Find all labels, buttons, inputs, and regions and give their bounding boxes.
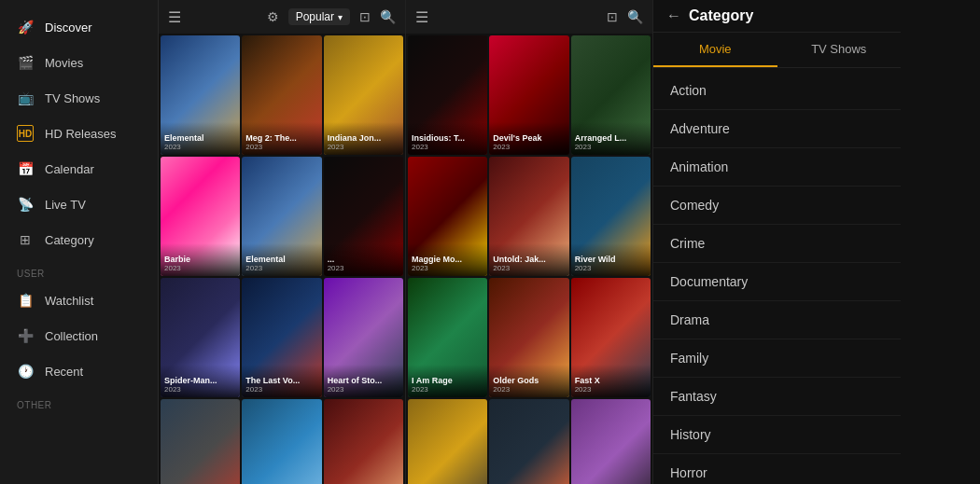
live-tv-icon: 📡: [17, 196, 34, 213]
watchlist-icon: 📋: [17, 292, 34, 309]
movie-thumb[interactable]: Transforme...2023: [161, 399, 240, 484]
popular-label: Popular: [296, 10, 334, 23]
category-list-item[interactable]: Family: [653, 339, 901, 378]
sidebar-item-label: Recent: [45, 365, 83, 379]
sidebar-item-label: Collection: [45, 329, 98, 343]
category-tabs: Movie TV Shows: [653, 33, 901, 68]
category-list-item[interactable]: Drama: [653, 301, 901, 339]
sidebar-item-label: Discover: [45, 21, 92, 35]
category-list-panel: ← Category Movie TV Shows ActionAdventur…: [653, 0, 901, 484]
movie-thumb[interactable]: The Last Vo...2023: [242, 278, 321, 397]
category-list-item[interactable]: Animation: [653, 148, 901, 187]
panel2-header-icons: ⊡ 🔍: [607, 9, 643, 24]
movie-thumb[interactable]: River Wild2023: [571, 157, 651, 276]
category-list-item[interactable]: History: [653, 416, 901, 454]
movie-thumb[interactable]: Untold: Jak...2023: [489, 157, 568, 276]
menu-icon-1[interactable]: ☰: [168, 8, 181, 26]
movie-thumb[interactable]: Heart of Sto...2023: [324, 278, 403, 397]
back-icon[interactable]: ←: [666, 7, 681, 24]
sidebar-item-movies[interactable]: 🎬 Movies: [0, 45, 158, 80]
recent-icon: 🕐: [17, 363, 34, 380]
movie-thumb[interactable]: Untold: Jak...2023: [324, 399, 403, 484]
panel2-header: ☰ ⊡ 🔍: [406, 0, 652, 34]
sidebar-item-label: Live TV: [45, 198, 86, 212]
category-list-header: ← Category: [653, 0, 901, 33]
category-list-item[interactable]: Fantasy: [653, 378, 901, 416]
movie-thumb[interactable]: Indiana Jon...2023: [324, 35, 403, 155]
movie-thumb[interactable]: Spider-Man...2023: [242, 399, 321, 484]
sidebar-item-label: Movies: [45, 56, 83, 70]
movie-thumb[interactable]: Devil's Peak2023: [489, 35, 568, 155]
sidebar-item-collection[interactable]: ➕ Collection: [0, 318, 158, 353]
sidebar-item-label: TV Shows: [45, 91, 100, 105]
category-list-item[interactable]: Crime: [653, 225, 901, 263]
sidebar-item-category[interactable]: ⊞ Category: [0, 222, 158, 257]
panel2-movie-grid: Insidious: T...2023Devil's Peak2023Arran…: [406, 34, 652, 484]
sidebar-item-label: Watchlist: [45, 294, 93, 308]
movie-thumb[interactable]: ...2023: [324, 157, 403, 276]
panel1-header: ☰ ⚙ Popular ▾ ⊡ 🔍: [159, 0, 405, 34]
tab-movie[interactable]: Movie: [653, 33, 777, 67]
sidebar-item-hd-releases[interactable]: HD HD Releases: [0, 116, 158, 151]
grid-panel-1: ☰ ⚙ Popular ▾ ⊡ 🔍 Elemental2023Meg 2: Th…: [159, 0, 406, 484]
panel1-header-icons: ⚙ Popular ▾ ⊡ 🔍: [267, 8, 396, 25]
grid-panel-2: ☰ ⊡ 🔍 Insidious: T...2023Devil's Peak202…: [406, 0, 653, 484]
movie-thumb[interactable]: Fast X2023: [571, 278, 651, 397]
other-section-label: Other: [0, 389, 158, 414]
sidebar-item-recent[interactable]: 🕐 Recent: [0, 353, 158, 389]
movie-thumb[interactable]: Meg 2: The...2023: [242, 35, 321, 155]
tab-tv-shows[interactable]: TV Shows: [777, 33, 902, 67]
movie-thumb[interactable]: Insidious: T...2023: [408, 35, 487, 155]
filter-icon-1[interactable]: ⚙: [267, 9, 279, 24]
panel1-movie-grid: Elemental2023Meg 2: The...2023Indiana Jo…: [159, 34, 405, 484]
movie-thumb[interactable]: Spider-Man...2023: [161, 278, 240, 397]
chevron-icon: ▾: [338, 12, 343, 22]
sidebar-item-calendar[interactable]: 📅 Calendar: [0, 151, 158, 187]
sidebar: 🚀 Discover 🎬 Movies 📺 TV Shows HD HD Rel…: [0, 0, 159, 484]
movie-thumb[interactable]: Older Gods2023: [489, 278, 568, 397]
movie-thumb[interactable]: Poisoned: T...2023: [571, 399, 651, 484]
popular-dropdown[interactable]: Popular ▾: [288, 8, 350, 25]
category-list-item[interactable]: Comedy: [653, 187, 901, 225]
cast-icon-2[interactable]: ⊡: [607, 9, 618, 24]
category-icon: ⊞: [17, 231, 34, 248]
sidebar-item-label: HD Releases: [45, 127, 117, 141]
collection-icon: ➕: [17, 327, 34, 344]
search-icon-1[interactable]: 🔍: [380, 9, 396, 24]
sidebar-item-discover[interactable]: 🚀 Discover: [0, 9, 158, 45]
movie-thumb[interactable]: Maggie Mo...2023: [408, 157, 487, 276]
movie-thumb[interactable]: Elemental2023: [242, 157, 321, 276]
cast-icon-1[interactable]: ⊡: [359, 9, 371, 24]
sidebar-item-watchlist[interactable]: 📋 Watchlist: [0, 283, 158, 318]
menu-icon-2[interactable]: ☰: [415, 8, 428, 26]
category-list-item[interactable]: Horror: [653, 454, 901, 484]
category-list-item[interactable]: Action: [653, 72, 901, 110]
category-list: ActionAdventureAnimationComedyCrimeDocum…: [653, 68, 901, 484]
category-list-item[interactable]: Adventure: [653, 110, 901, 148]
movie-thumb[interactable]: Barbie2023: [161, 157, 240, 276]
calendar-icon: 📅: [17, 160, 34, 177]
hd-icon: HD: [17, 125, 34, 142]
search-icon-2[interactable]: 🔍: [627, 9, 643, 24]
category-list-item[interactable]: Documentary: [653, 263, 901, 301]
movie-thumb[interactable]: Arranged L...2023: [571, 35, 651, 155]
movie-thumb[interactable]: The Final G...2023: [489, 399, 568, 484]
sidebar-item-label: Category: [45, 233, 94, 247]
user-section-label: User: [0, 257, 158, 283]
discover-icon: 🚀: [17, 19, 34, 35]
tv-icon: 📺: [17, 90, 34, 106]
movie-thumb[interactable]: Elemental2023: [161, 35, 240, 155]
sidebar-item-live-tv[interactable]: 📡 Live TV: [0, 187, 158, 222]
sidebar-item-tv-shows[interactable]: 📺 TV Shows: [0, 80, 158, 116]
sidebar-item-label: Calendar: [45, 162, 94, 176]
movies-icon: 🎬: [17, 54, 34, 71]
movie-thumb[interactable]: I Am Rage2023: [408, 278, 487, 397]
main-content: ☰ ⚙ Popular ▾ ⊡ 🔍 Elemental2023Meg 2: Th…: [159, 0, 980, 484]
movie-thumb[interactable]: American G...2023: [408, 399, 487, 484]
category-title: Category: [689, 7, 753, 24]
